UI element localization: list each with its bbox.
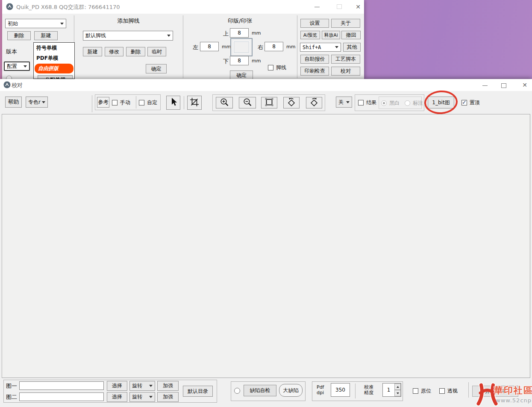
config-value: 配置 [7, 63, 17, 70]
footline-temp-button[interactable]: 临时 [147, 47, 166, 56]
zoom-in-button[interactable] [216, 97, 233, 108]
settings-button[interactable]: 设置 [300, 19, 329, 28]
default-dir-button[interactable]: 默认目录 [183, 386, 213, 397]
other-button[interactable]: 其他 [343, 43, 361, 52]
checkbox-box [139, 100, 144, 105]
plate-panel-title: 印版/印张 [183, 17, 297, 25]
footline-delete-button[interactable]: 删除 [126, 47, 145, 56]
result-checkbox[interactable]: 结果 [358, 99, 376, 106]
divider [355, 384, 356, 398]
zoom-out-button[interactable] [239, 97, 256, 108]
app-icon [3, 81, 11, 90]
version-label: 版本 [6, 48, 17, 56]
app-icon [6, 3, 13, 12]
shortcut-combobox[interactable]: Shif+A [300, 43, 341, 52]
right-margin-input[interactable]: 8 [265, 42, 283, 51]
spinner-up-icon[interactable] [394, 384, 401, 390]
self-quote-button[interactable]: 自助报价 [300, 55, 329, 64]
image2-enhance-button[interactable]: 加强 [157, 392, 179, 402]
perspective-checkbox[interactable]: 透视 [439, 387, 458, 395]
footline-modify-button[interactable]: 修改 [105, 47, 123, 56]
maximize-button[interactable] [501, 83, 506, 88]
overlay-off-value: 关 [338, 99, 344, 106]
custom-checkbox[interactable]: 自定 [139, 99, 157, 106]
bw-label: 黑白 [389, 100, 400, 107]
plate-ok-button[interactable]: 确定 [230, 70, 253, 79]
footline-panel-title: 添加脚线 [74, 17, 183, 25]
spinner-down-icon[interactable] [394, 390, 401, 396]
manual-checkbox[interactable]: 手动 [112, 99, 130, 106]
proof-button[interactable]: 校对 [331, 67, 360, 76]
reference-button[interactable]: 参考 [97, 97, 109, 108]
plate-preview [230, 38, 253, 56]
about-button[interactable]: 关于 [331, 19, 360, 28]
rotate-cw-button[interactable] [306, 97, 322, 108]
list-item-pdf[interactable]: PDF单模 [34, 53, 74, 63]
close-button[interactable] [352, 2, 364, 12]
left-label: 左 [193, 44, 198, 51]
annotate-radio[interactable]: 标注 [405, 100, 423, 107]
right-unit: mm [286, 44, 295, 50]
maximize-button[interactable] [337, 4, 342, 9]
proof-canvas[interactable] [2, 114, 530, 378]
print-check-button[interactable]: 印刷检查 [300, 67, 329, 76]
image1-enhance-button[interactable]: 加强 [157, 381, 179, 391]
undo-button[interactable]: 撤回 [341, 31, 361, 39]
spot-color-dropdown[interactable]: 专色r [26, 97, 48, 108]
precision-spinner[interactable]: 1 [382, 383, 401, 397]
preset-new-button[interactable]: 新建 [34, 31, 58, 40]
defect-radio[interactable] [234, 388, 240, 394]
crop-tool-button[interactable] [187, 96, 202, 110]
image1-select-button[interactable]: 选择 [107, 381, 127, 391]
bw-radio[interactable]: 黑白 [381, 100, 400, 107]
list-item-free-impose-selected[interactable]: 自由拼版 [35, 64, 73, 73]
proof-titlebar: 校对 [0, 79, 532, 91]
radio-circle [405, 100, 410, 106]
in-place-checkbox[interactable]: 原位 [413, 387, 431, 395]
image2-select-button[interactable]: 选择 [107, 392, 127, 402]
fit-selection-button[interactable] [261, 97, 277, 108]
select-tool-button[interactable] [166, 96, 180, 110]
zoom-in-icon [220, 97, 229, 108]
list-item-assign-button[interactable]: 分配单模 [38, 75, 73, 79]
partial-radio[interactable] [6, 76, 12, 79]
config-combobox[interactable]: 配置 [4, 61, 30, 71]
topmost-checkbox[interactable]: 置顶 [461, 99, 480, 106]
preset-delete-button[interactable]: 删除 [7, 31, 31, 40]
footline-combobox[interactable]: 默认脚线 [83, 31, 173, 41]
big-defect-button[interactable]: 大缺陷 [279, 384, 303, 397]
pdf-dpi-input[interactable]: 350 [331, 383, 350, 397]
top-label: 上 [223, 30, 229, 38]
left-margin-input[interactable]: 8 [200, 42, 219, 51]
minimize-button[interactable] [479, 81, 491, 90]
defect-self-check-button[interactable]: 缺陷自检 [244, 385, 276, 396]
image1-path-input[interactable] [19, 381, 104, 390]
image2-rotate-dropdown[interactable]: 旋转 [129, 392, 155, 402]
craft-script-button[interactable]: 工艺脚本 [331, 55, 360, 64]
start-calc-button[interactable]: 开始计算 [472, 386, 518, 397]
footline-new-button[interactable]: 新建 [83, 47, 102, 56]
bottom-margin-input[interactable]: 8 [230, 56, 249, 65]
overlay-off-dropdown[interactable]: 关 [336, 97, 352, 108]
mode-listbox[interactable]: 符号单模 PDF单模 自由拼版 分配单模 [33, 42, 75, 79]
footline-checkbox[interactable]: 脚线 [268, 64, 286, 71]
preset-combobox[interactable]: 初始 [5, 19, 66, 28]
release-ai-button[interactable]: 释放Ai [322, 31, 340, 39]
image1-rotate-dropdown[interactable]: 旋转 [129, 381, 155, 391]
top-margin-input[interactable]: 8 [230, 28, 249, 38]
help-button[interactable]: 帮助 [5, 97, 22, 108]
watermark-url: www.52cnp.com [496, 397, 532, 404]
checkbox-box [358, 100, 364, 105]
spinner-arrows[interactable] [394, 384, 401, 396]
close-button[interactable] [519, 80, 530, 90]
zoom-out-icon [243, 97, 252, 108]
minimize-button[interactable] [311, 2, 323, 12]
list-item-symbol[interactable]: 符号单模 [34, 43, 74, 53]
ai-preview-button[interactable]: Ai预览 [300, 31, 320, 39]
rotate-ccw-button[interactable] [283, 97, 300, 108]
image2-path-input[interactable] [19, 392, 104, 401]
annotate-label: 标注 [413, 100, 423, 107]
main-window: Quik_PD X68.8 QQ交流群: 766641170 初始 删除 新建 … [2, 0, 364, 79]
footline-ok-button[interactable]: 确定 [146, 64, 167, 73]
right-label: 右 [258, 44, 263, 51]
